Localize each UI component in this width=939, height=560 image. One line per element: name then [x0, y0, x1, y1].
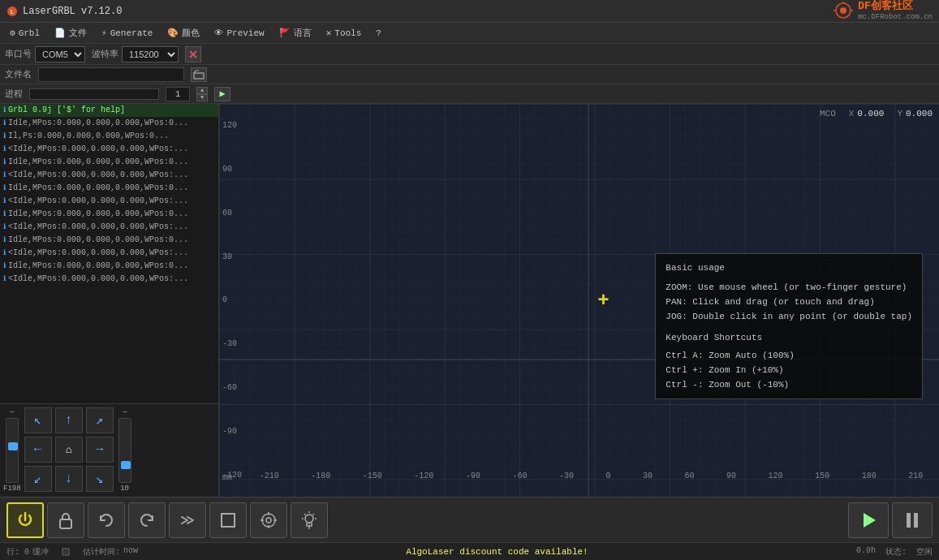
- pen-indicator: [62, 548, 70, 556]
- menu-color[interactable]: 🎨 颜色: [161, 25, 206, 41]
- jog-upright-btn[interactable]: ↗: [86, 407, 114, 433]
- bottom-tools-right: [848, 502, 933, 538]
- zoom-label: ZOOM:: [665, 282, 692, 292]
- progress-number: 1: [166, 87, 190, 101]
- svg-point-18: [266, 518, 271, 523]
- svg-rect-33: [914, 513, 918, 528]
- dfrobot-icon: [832, 2, 855, 19]
- jog-downleft-btn[interactable]: ↙: [24, 466, 52, 492]
- console-area[interactable]: ℹ Grbl 0.9j ['$' for help] ℹ Idle,MPos:0…: [0, 104, 218, 403]
- jog-label: JOG:: [665, 312, 687, 321]
- browse-btn[interactable]: [191, 67, 207, 82]
- buffer-icon: 缓冲: [32, 546, 49, 558]
- console-text: Idle,MPos:0.000,0.000,0.000,WPos:0...: [8, 157, 188, 168]
- line-label: 行: 0: [6, 546, 29, 558]
- menu-generate-label: Generate: [110, 28, 153, 38]
- menu-language[interactable]: 🚩 语言: [273, 25, 318, 41]
- jog-step-slider[interactable]: [118, 418, 131, 483]
- undo-btn[interactable]: [88, 502, 125, 538]
- jog-panel: — F198 ↖ ↑ ↗ ← ⌂ → ↙ ↓ ↘ —: [0, 403, 218, 497]
- lock-btn[interactable]: [47, 502, 84, 538]
- info-icon: ℹ: [3, 209, 6, 220]
- svg-line-29: [313, 514, 315, 515]
- jog-direction-grid: ↖ ↑ ↗ ← ⌂ → ↙ ↓ ↘: [24, 407, 115, 493]
- pause-btn[interactable]: [892, 502, 933, 538]
- svg-rect-15: [60, 519, 71, 528]
- jog-left-btn[interactable]: ←: [24, 437, 52, 463]
- light-icon: [300, 511, 318, 529]
- jog-upleft-btn[interactable]: ↖: [24, 407, 52, 433]
- target-btn[interactable]: [250, 502, 287, 538]
- menu-generate[interactable]: ⚡ Generate: [95, 26, 159, 40]
- generate-icon: ⚡: [101, 28, 107, 38]
- frame-btn[interactable]: [209, 502, 247, 538]
- zoom-text: Use mouse wheel (or two-finger gesture): [698, 282, 907, 292]
- jog-text: Double click in any point (or double tap…: [692, 312, 912, 321]
- jog-down-btn[interactable]: ↓: [55, 466, 83, 492]
- console-line: ℹ Idle,MPos:0.000,0.000,0.000,WPos:0...: [0, 208, 218, 221]
- menu-color-label: 颜色: [182, 27, 200, 39]
- left-panel: ℹ Grbl 0.9j ['$' for help] ℹ Idle,MPos:0…: [0, 104, 219, 497]
- jog-z-slider[interactable]: [6, 418, 19, 483]
- port-group: 串口号 COM5: [5, 46, 85, 62]
- console-text: <Idle,MPos:0.000,0.000,0.000,WPos:...: [8, 170, 188, 181]
- menu-file-label: 文件: [69, 27, 87, 39]
- info-icon: ℹ: [3, 183, 6, 194]
- svg-line-28: [304, 514, 306, 515]
- canvas-area[interactable]: MCO X 0.000 Y 0.000 + 120 90 60 30 0 -30…: [219, 104, 939, 497]
- redo-icon: [138, 511, 156, 529]
- jog-downright-btn[interactable]: ↘: [86, 466, 114, 492]
- disconnect-btn[interactable]: [185, 46, 201, 62]
- menu-grbl[interactable]: ⚙ Grbl: [3, 26, 46, 40]
- power-icon: [16, 511, 34, 529]
- console-text: Grbl 0.9j ['$' for help]: [8, 105, 125, 116]
- console-text: Idle,MPos:0.000,0.000,0.000,WPos:0...: [8, 183, 188, 194]
- jog-right-btn[interactable]: →: [86, 437, 114, 463]
- filename-input[interactable]: [38, 67, 184, 82]
- menu-preview-label: Preview: [226, 28, 264, 38]
- run-btn[interactable]: [848, 502, 889, 538]
- coord-mode: MCO: [820, 109, 836, 118]
- jog-slider-left-value: —: [10, 408, 14, 416]
- console-line: ℹ Grbl 0.9j ['$' for help]: [0, 104, 218, 117]
- tools-icon: ✕: [326, 28, 332, 38]
- file-icon: 📄: [54, 28, 66, 38]
- redo-btn[interactable]: [128, 502, 166, 538]
- estimate-value: now: [123, 546, 138, 558]
- menu-file[interactable]: 📄 文件: [48, 25, 93, 41]
- menu-tools[interactable]: ✕ Tools: [320, 26, 368, 40]
- light-btn[interactable]: [291, 502, 328, 538]
- spin-up[interactable]: ▲: [196, 87, 208, 94]
- svg-point-3: [840, 7, 846, 14]
- svg-rect-32: [907, 513, 911, 528]
- forward-btn[interactable]: [169, 502, 206, 538]
- spin-down[interactable]: ▼: [196, 94, 208, 101]
- console-text: <Idle,MPos:0.000,0.000,0.000,WPos:...: [8, 222, 188, 233]
- port-select[interactable]: COM5: [35, 46, 85, 62]
- svg-point-17: [262, 514, 275, 527]
- pan-hint: PAN: Click and drag (or touch and drag): [665, 295, 912, 309]
- jog-z-slider-group: — F198: [3, 407, 21, 493]
- jog-home-btn[interactable]: ⌂: [55, 437, 83, 463]
- progress-spinner[interactable]: ▲ ▼: [196, 87, 208, 101]
- progress-go-btn[interactable]: ▶: [214, 87, 230, 101]
- dfrobot-url: mc.DFRobot.com.cn: [858, 13, 933, 22]
- grbl-icon: ⚙: [10, 28, 15, 38]
- console-text: Idle,MPos:0.000,0.000,0.000,WPos:0...: [8, 118, 188, 129]
- svg-text:L: L: [11, 8, 15, 15]
- console-text: Idle,MPos:0.000,0.000,0.000,WPos:0...: [8, 235, 188, 246]
- bottom-tools-left: [6, 502, 328, 538]
- dfrobot-logo: DF创客社区 mc.DFRobot.com.cn: [832, 0, 933, 21]
- baud-select[interactable]: 115200: [122, 46, 179, 62]
- y-label: Y: [897, 109, 902, 118]
- console-text: <Idle,MPos:0.000,0.000,0.000,WPos:...: [8, 248, 188, 259]
- console-line: ℹ <Idle,MPos:0.000,0.000,0.000,WPos:...: [0, 247, 218, 260]
- menu-help[interactable]: ?: [369, 27, 388, 40]
- jog-up-btn[interactable]: ↑: [55, 407, 83, 433]
- menu-preview[interactable]: 👁 Preview: [208, 26, 270, 40]
- titlebar: L LaserGRBL v7.12.0 DF创客社区 mc.DFRobot.co…: [0, 0, 939, 23]
- power-toggle-btn[interactable]: [6, 502, 44, 538]
- menu-language-label: 语言: [294, 27, 312, 39]
- svg-point-23: [305, 515, 313, 523]
- coord-x: X 0.000: [849, 109, 885, 118]
